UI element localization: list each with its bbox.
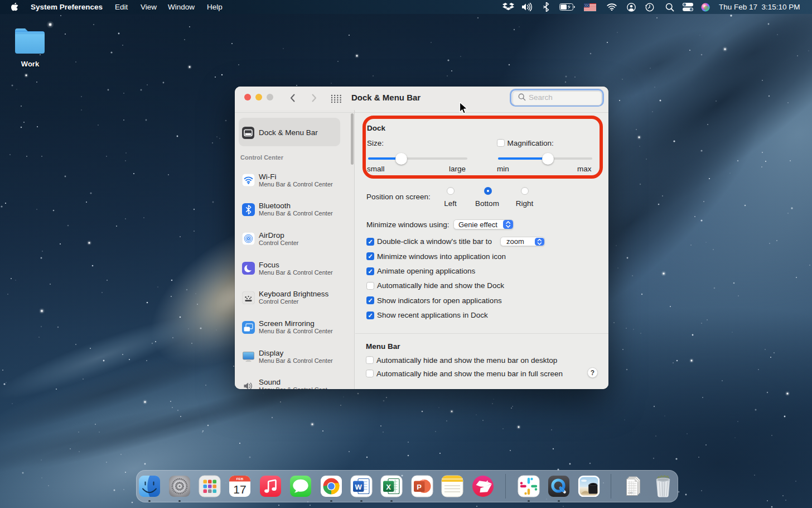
svg-text:17: 17 <box>233 483 246 496</box>
svg-text:CSV: CSV <box>628 491 633 494</box>
svg-text:P: P <box>417 483 422 491</box>
svg-text:X: X <box>386 483 391 491</box>
svg-text:W: W <box>355 483 362 491</box>
svg-text:FEB: FEB <box>236 477 244 481</box>
